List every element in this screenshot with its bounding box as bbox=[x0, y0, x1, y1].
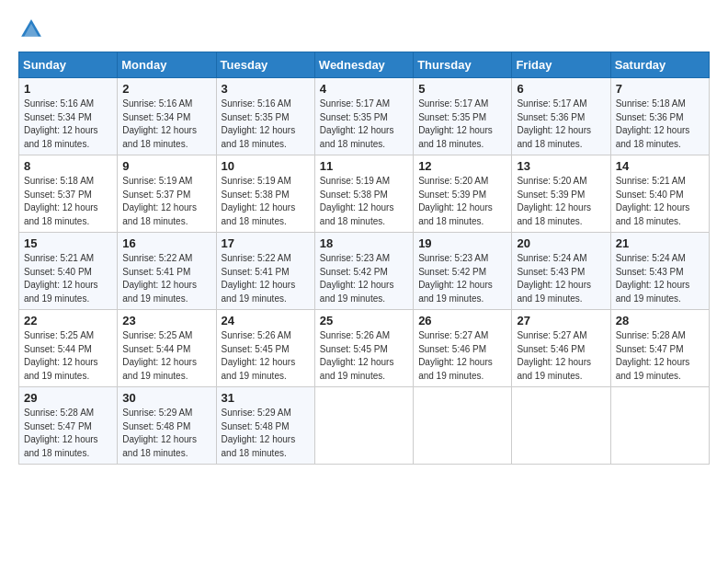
cell-detail: Sunrise: 5:22 AM Sunset: 5:41 PM Dayligh… bbox=[222, 252, 311, 305]
calendar-cell: 22Sunrise: 5:25 AM Sunset: 5:44 PM Dayli… bbox=[19, 310, 118, 387]
day-number: 2 bbox=[122, 82, 211, 96]
calendar-cell: 14Sunrise: 5:21 AM Sunset: 5:40 PM Dayli… bbox=[610, 155, 709, 233]
cell-detail: Sunrise: 5:16 AM Sunset: 5:35 PM Dayligh… bbox=[222, 98, 311, 151]
logo bbox=[18, 17, 46, 42]
calendar-cell: 21Sunrise: 5:24 AM Sunset: 5:43 PM Dayli… bbox=[610, 233, 709, 310]
calendar-cell: 16Sunrise: 5:22 AM Sunset: 5:41 PM Dayli… bbox=[118, 233, 216, 310]
cell-detail: Sunrise: 5:21 AM Sunset: 5:40 PM Dayligh… bbox=[24, 252, 113, 305]
day-number: 30 bbox=[122, 391, 211, 405]
calendar-cell: 4Sunrise: 5:17 AM Sunset: 5:35 PM Daylig… bbox=[314, 78, 413, 155]
table-row: 1Sunrise: 5:16 AM Sunset: 5:34 PM Daylig… bbox=[19, 78, 710, 155]
day-number: 11 bbox=[320, 159, 409, 173]
logo-icon bbox=[18, 17, 44, 42]
calendar-cell: 9Sunrise: 5:19 AM Sunset: 5:37 PM Daylig… bbox=[118, 155, 216, 233]
table-row: 8Sunrise: 5:18 AM Sunset: 5:37 PM Daylig… bbox=[19, 155, 710, 233]
day-number: 12 bbox=[418, 159, 507, 173]
table-row: 29Sunrise: 5:28 AM Sunset: 5:47 PM Dayli… bbox=[19, 387, 710, 465]
day-number: 23 bbox=[122, 314, 211, 327]
cell-detail: Sunrise: 5:17 AM Sunset: 5:35 PM Dayligh… bbox=[320, 98, 409, 151]
col-tuesday: Tuesday bbox=[216, 52, 314, 78]
day-number: 26 bbox=[418, 314, 507, 327]
day-number: 31 bbox=[222, 391, 311, 405]
day-number: 4 bbox=[320, 82, 409, 96]
cell-detail: Sunrise: 5:27 AM Sunset: 5:46 PM Dayligh… bbox=[517, 329, 606, 383]
day-number: 8 bbox=[24, 159, 113, 173]
col-sunday: Sunday bbox=[19, 52, 118, 78]
col-thursday: Thursday bbox=[414, 52, 512, 78]
day-number: 27 bbox=[517, 314, 606, 327]
day-number: 9 bbox=[122, 159, 211, 173]
calendar-cell bbox=[610, 387, 709, 465]
calendar-cell: 5Sunrise: 5:17 AM Sunset: 5:35 PM Daylig… bbox=[414, 78, 512, 155]
day-number: 18 bbox=[320, 236, 409, 250]
cell-detail: Sunrise: 5:25 AM Sunset: 5:44 PM Dayligh… bbox=[122, 329, 211, 383]
calendar-cell: 17Sunrise: 5:22 AM Sunset: 5:41 PM Dayli… bbox=[216, 233, 314, 310]
calendar-cell: 12Sunrise: 5:20 AM Sunset: 5:39 PM Dayli… bbox=[414, 155, 512, 233]
cell-detail: Sunrise: 5:20 AM Sunset: 5:39 PM Dayligh… bbox=[517, 175, 606, 228]
calendar-cell: 13Sunrise: 5:20 AM Sunset: 5:39 PM Dayli… bbox=[512, 155, 610, 233]
calendar-cell: 20Sunrise: 5:24 AM Sunset: 5:43 PM Dayli… bbox=[512, 233, 610, 310]
cell-detail: Sunrise: 5:18 AM Sunset: 5:36 PM Dayligh… bbox=[616, 98, 705, 151]
cell-detail: Sunrise: 5:19 AM Sunset: 5:38 PM Dayligh… bbox=[222, 175, 311, 228]
cell-detail: Sunrise: 5:18 AM Sunset: 5:37 PM Dayligh… bbox=[24, 175, 113, 228]
cell-detail: Sunrise: 5:24 AM Sunset: 5:43 PM Dayligh… bbox=[517, 252, 606, 305]
cell-detail: Sunrise: 5:25 AM Sunset: 5:44 PM Dayligh… bbox=[24, 329, 113, 383]
table-row: 15Sunrise: 5:21 AM Sunset: 5:40 PM Dayli… bbox=[19, 233, 710, 310]
day-number: 19 bbox=[418, 236, 507, 250]
calendar-cell: 31Sunrise: 5:29 AM Sunset: 5:48 PM Dayli… bbox=[216, 387, 314, 465]
day-number: 3 bbox=[222, 82, 311, 96]
calendar-cell: 27Sunrise: 5:27 AM Sunset: 5:46 PM Dayli… bbox=[512, 310, 610, 387]
calendar-cell: 23Sunrise: 5:25 AM Sunset: 5:44 PM Dayli… bbox=[118, 310, 216, 387]
col-wednesday: Wednesday bbox=[314, 52, 413, 78]
calendar-cell: 25Sunrise: 5:26 AM Sunset: 5:45 PM Dayli… bbox=[314, 310, 413, 387]
cell-detail: Sunrise: 5:27 AM Sunset: 5:46 PM Dayligh… bbox=[418, 329, 507, 383]
day-number: 14 bbox=[616, 159, 705, 173]
day-number: 5 bbox=[418, 82, 507, 96]
calendar-cell: 11Sunrise: 5:19 AM Sunset: 5:38 PM Dayli… bbox=[314, 155, 413, 233]
day-number: 13 bbox=[517, 159, 606, 173]
calendar-cell: 8Sunrise: 5:18 AM Sunset: 5:37 PM Daylig… bbox=[19, 155, 118, 233]
calendar-cell: 29Sunrise: 5:28 AM Sunset: 5:47 PM Dayli… bbox=[19, 387, 118, 465]
cell-detail: Sunrise: 5:19 AM Sunset: 5:38 PM Dayligh… bbox=[320, 175, 409, 228]
calendar-cell bbox=[414, 387, 512, 465]
calendar-cell: 2Sunrise: 5:16 AM Sunset: 5:34 PM Daylig… bbox=[118, 78, 216, 155]
calendar-cell: 10Sunrise: 5:19 AM Sunset: 5:38 PM Dayli… bbox=[216, 155, 314, 233]
calendar-cell bbox=[512, 387, 610, 465]
day-number: 10 bbox=[222, 159, 311, 173]
day-number: 16 bbox=[122, 236, 211, 250]
cell-detail: Sunrise: 5:29 AM Sunset: 5:48 PM Dayligh… bbox=[222, 407, 311, 460]
day-number: 1 bbox=[24, 82, 113, 96]
day-number: 25 bbox=[320, 314, 409, 327]
day-number: 22 bbox=[24, 314, 113, 327]
day-number: 21 bbox=[616, 236, 705, 250]
day-number: 7 bbox=[616, 82, 705, 96]
cell-detail: Sunrise: 5:22 AM Sunset: 5:41 PM Dayligh… bbox=[122, 252, 211, 305]
cell-detail: Sunrise: 5:23 AM Sunset: 5:42 PM Dayligh… bbox=[418, 252, 507, 305]
cell-detail: Sunrise: 5:16 AM Sunset: 5:34 PM Dayligh… bbox=[24, 98, 113, 151]
calendar-cell: 18Sunrise: 5:23 AM Sunset: 5:42 PM Dayli… bbox=[314, 233, 413, 310]
calendar-cell: 6Sunrise: 5:17 AM Sunset: 5:36 PM Daylig… bbox=[512, 78, 610, 155]
cell-detail: Sunrise: 5:26 AM Sunset: 5:45 PM Dayligh… bbox=[320, 329, 409, 383]
calendar-cell: 26Sunrise: 5:27 AM Sunset: 5:46 PM Dayli… bbox=[414, 310, 512, 387]
cell-detail: Sunrise: 5:23 AM Sunset: 5:42 PM Dayligh… bbox=[320, 252, 409, 305]
cell-detail: Sunrise: 5:17 AM Sunset: 5:36 PM Dayligh… bbox=[517, 98, 606, 151]
calendar-container: Sunday Monday Tuesday Wednesday Thursday… bbox=[0, 0, 728, 563]
calendar-cell: 24Sunrise: 5:26 AM Sunset: 5:45 PM Dayli… bbox=[216, 310, 314, 387]
cell-detail: Sunrise: 5:20 AM Sunset: 5:39 PM Dayligh… bbox=[418, 175, 507, 228]
calendar-cell: 19Sunrise: 5:23 AM Sunset: 5:42 PM Dayli… bbox=[414, 233, 512, 310]
day-number: 20 bbox=[517, 236, 606, 250]
calendar-cell: 1Sunrise: 5:16 AM Sunset: 5:34 PM Daylig… bbox=[19, 78, 118, 155]
day-number: 28 bbox=[616, 314, 705, 327]
day-number: 6 bbox=[517, 82, 606, 96]
header bbox=[18, 17, 710, 42]
cell-detail: Sunrise: 5:28 AM Sunset: 5:47 PM Dayligh… bbox=[24, 407, 113, 460]
cell-detail: Sunrise: 5:21 AM Sunset: 5:40 PM Dayligh… bbox=[616, 175, 705, 228]
day-number: 17 bbox=[222, 236, 311, 250]
table-row: 22Sunrise: 5:25 AM Sunset: 5:44 PM Dayli… bbox=[19, 310, 710, 387]
calendar-cell: 15Sunrise: 5:21 AM Sunset: 5:40 PM Dayli… bbox=[19, 233, 118, 310]
cell-detail: Sunrise: 5:19 AM Sunset: 5:37 PM Dayligh… bbox=[122, 175, 211, 228]
col-monday: Monday bbox=[118, 52, 216, 78]
calendar-cell: 7Sunrise: 5:18 AM Sunset: 5:36 PM Daylig… bbox=[610, 78, 709, 155]
weekday-header-row: Sunday Monday Tuesday Wednesday Thursday… bbox=[19, 52, 710, 78]
cell-detail: Sunrise: 5:16 AM Sunset: 5:34 PM Dayligh… bbox=[122, 98, 211, 151]
